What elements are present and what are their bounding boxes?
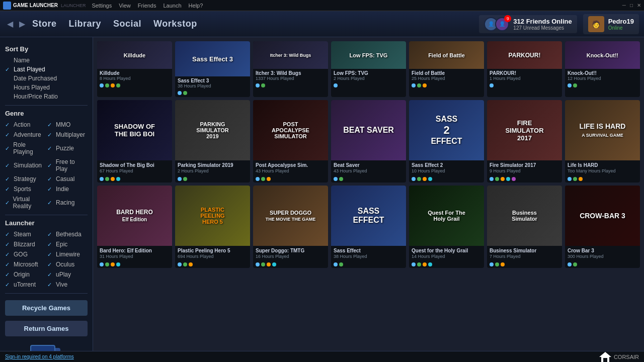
icon-dot	[105, 177, 109, 181]
friends-block[interactable]: 👤 👤 9 312 Friends Online 127 Unread Mess…	[479, 15, 577, 33]
return-games-button[interactable]: Return Games	[5, 321, 88, 336]
close-button[interactable]: ✕	[637, 3, 641, 8]
game-card-parking-sim[interactable]: PARKINGSIMULATOR2019 Parking Simulator 2…	[175, 100, 250, 183]
nav-workstop[interactable]: Workstop	[153, 19, 197, 29]
launcher-blizzard[interactable]: ✓Blizzard	[5, 240, 45, 249]
sort-name[interactable]: Name	[5, 56, 88, 65]
game-card-field-of-battle[interactable]: Field of Battle Field of Battle 25 Hours…	[409, 41, 484, 97]
icon-dot	[490, 83, 494, 87]
launcher-oculus[interactable]: ✓Oculus	[47, 260, 88, 269]
icon-dot	[423, 262, 427, 266]
launcher-utorrent[interactable]: ✓uTorrent	[5, 280, 45, 289]
forward-button[interactable]: ▶	[17, 19, 27, 29]
game-card-business-sim[interactable]: BusinessSimulator Business Simulator 7 H…	[487, 186, 562, 268]
launcher-uplay[interactable]: ✓uPlay	[47, 270, 88, 279]
check-last-played: ✓	[5, 66, 11, 73]
launcher-vive[interactable]: ✓Vive	[47, 280, 88, 289]
launcher-bethesda[interactable]: ✓Bethesda	[47, 230, 88, 239]
game-thumb-parkour: PARKOUR!	[487, 41, 562, 69]
game-info-sass2: Sass Effect 2 10 Hours Played	[409, 160, 484, 175]
game-thumb-low-fps: Low FPS: TVG	[331, 41, 406, 69]
game-thumb-killdude: Killdude	[97, 41, 172, 69]
nav-store[interactable]: Store	[32, 19, 57, 29]
game-card-itcher3[interactable]: Itcher 3: Wild Bugs Itcher 3: Wild Bugs …	[253, 41, 328, 97]
top-menu: Settings View Friends Launch Help?	[92, 3, 203, 9]
icon-dot	[490, 262, 494, 266]
game-card-sass-effect-2[interactable]: SASS2EFFECT Sass Effect 2 10 Hours Playe…	[409, 100, 484, 183]
game-icons-apocalypse	[253, 175, 328, 183]
game-card-knockout[interactable]: Knock-Out!! Knock-Out!! 12 Hours Played	[565, 41, 640, 97]
genre-adventure[interactable]: ✓Adventure	[5, 130, 45, 139]
game-card-sass-effect[interactable]: SASSEFFECT Sass Effect 38 Hours Played	[331, 186, 406, 268]
launcher-limewire[interactable]: ✓Limewire	[47, 250, 88, 259]
game-info-field-of-battle: Field of Battle 25 Hours Played	[409, 69, 484, 82]
genre-racing[interactable]: ✓Racing	[47, 195, 88, 211]
icon-dot	[116, 83, 120, 87]
game-card-life-is-hard[interactable]: LIFE IS HARDA SURVIVAL GAME Life Is HARD…	[565, 100, 640, 183]
game-info-low-fps: Low FPS: TVG 2 Hours Played	[331, 69, 406, 82]
genre-casual[interactable]: ✓Casual	[47, 174, 88, 184]
game-thumb-parking: PARKINGSIMULATOR2019	[175, 100, 250, 160]
game-card-crow-bar[interactable]: CROW-BAR 3 Crow Bar 3 300 Hours Played	[565, 186, 640, 268]
menu-view[interactable]: View	[119, 3, 131, 9]
game-icons-business	[487, 261, 562, 268]
icon-dot	[111, 177, 115, 181]
notification-badge: 9	[504, 15, 511, 22]
icon-dot	[501, 262, 505, 266]
sort-date-purchased[interactable]: Date Purchased	[5, 74, 88, 83]
game-card-fire-sim[interactable]: FIRESIMULATOR2017 Fire Simulator 2017 9 …	[487, 100, 562, 183]
maximize-button[interactable]: □	[630, 3, 633, 8]
genre-role-playing[interactable]: ✓Role Playing	[5, 140, 45, 156]
nav-library[interactable]: Library	[69, 19, 102, 29]
launcher-microsoft[interactable]: ✓Microsoft	[5, 260, 45, 269]
game-icons-crow-bar	[565, 261, 640, 268]
genre-simulation[interactable]: ✓Simulation	[5, 157, 45, 173]
game-card-sass-effect-3[interactable]: Sass Effect 3 Sass Effect 3 38 Hours Pla…	[175, 41, 250, 97]
recycle-games-button[interactable]: Recycle Games	[5, 300, 88, 316]
game-thumb-field-of-battle: Field of Battle	[409, 41, 484, 69]
unread-messages: 127 Unread Messages	[513, 25, 572, 31]
game-card-killdude[interactable]: Killdude Killdude 8 Hours Played	[97, 41, 172, 97]
genre-mmo[interactable]: ✓MMO	[47, 120, 88, 129]
game-thumb-plastic: PLASTICPEELINGHERO 5	[175, 186, 250, 246]
genre-vr[interactable]: ✓Virtual Reality	[5, 195, 45, 211]
menu-settings[interactable]: Settings	[92, 3, 112, 9]
menu-launch[interactable]: Launch	[164, 3, 182, 9]
game-card-low-fps[interactable]: Low FPS: TVG Low FPS: TVG 2 Hours Played	[331, 41, 406, 97]
sort-hours-played[interactable]: Hours Played	[5, 83, 88, 92]
genre-sports[interactable]: ✓Sports	[5, 185, 45, 194]
icon-dot	[183, 177, 187, 181]
genre-indie[interactable]: ✓Indie	[47, 185, 88, 194]
genre-action[interactable]: ✓Action	[5, 120, 45, 129]
game-card-plastic-peeling[interactable]: PLASTICPEELINGHERO 5 Plastic Peeling Her…	[175, 186, 250, 268]
menu-friends[interactable]: Friends	[138, 3, 156, 9]
game-card-super-doggo[interactable]: SUPER DOGGOTHE MOVIE THE GAME Super Dogg…	[253, 186, 328, 268]
minimize-button[interactable]: ─	[622, 3, 626, 8]
game-thumb-fire-sim: FIRESIMULATOR2017	[487, 100, 562, 160]
back-button[interactable]: ◀	[5, 19, 15, 29]
launcher-epic[interactable]: ✓Epic	[47, 240, 88, 249]
launcher-origin[interactable]: ✓Origin	[5, 270, 45, 279]
game-card-shadow-big-boi[interactable]: SHADOW OFTHE BIG BOI Shadow of The Big B…	[97, 100, 172, 183]
sort-hour-price[interactable]: Hour/Price Ratio	[5, 92, 88, 101]
icon-dot	[256, 262, 260, 266]
corsair-text: CORSAIR	[614, 354, 639, 360]
genre-free-to-play[interactable]: ✓Free to Play	[47, 157, 88, 173]
genre-multiplayer[interactable]: ✓Multiplayer	[47, 130, 88, 139]
sort-last-played[interactable]: ✓ Last Played	[5, 65, 88, 74]
logo-front	[30, 345, 55, 351]
game-card-bard-hero[interactable]: BARD HEROElf Edition Bard Hero: Elf Edit…	[97, 186, 172, 268]
game-card-holy-grail[interactable]: Quest For TheHoly Grail Quest for the Ho…	[409, 186, 484, 268]
nav-social[interactable]: Social	[113, 19, 141, 29]
icon-dot	[267, 262, 271, 266]
game-card-post-apocalypse[interactable]: POSTAPOCALYPSESIMULATOR Post Apocalypse …	[253, 100, 328, 183]
genre-puzzle[interactable]: ✓Puzzle	[47, 140, 88, 156]
menu-help[interactable]: Help?	[189, 3, 203, 9]
launcher-steam[interactable]: ✓Steam	[5, 230, 45, 239]
icon-dot	[501, 177, 505, 181]
user-block[interactable]: 🧑 Pedro19 Online	[583, 14, 639, 34]
launcher-gog[interactable]: ✓GOG	[5, 250, 45, 259]
game-card-beat-saver[interactable]: BEAT SAVER Beat Saver 43 Hours Played	[331, 100, 406, 183]
game-card-parkour[interactable]: PARKOUR! PARKOUR! 1 Hours Played	[487, 41, 562, 97]
genre-strategy[interactable]: ✓Strategy	[5, 174, 45, 184]
